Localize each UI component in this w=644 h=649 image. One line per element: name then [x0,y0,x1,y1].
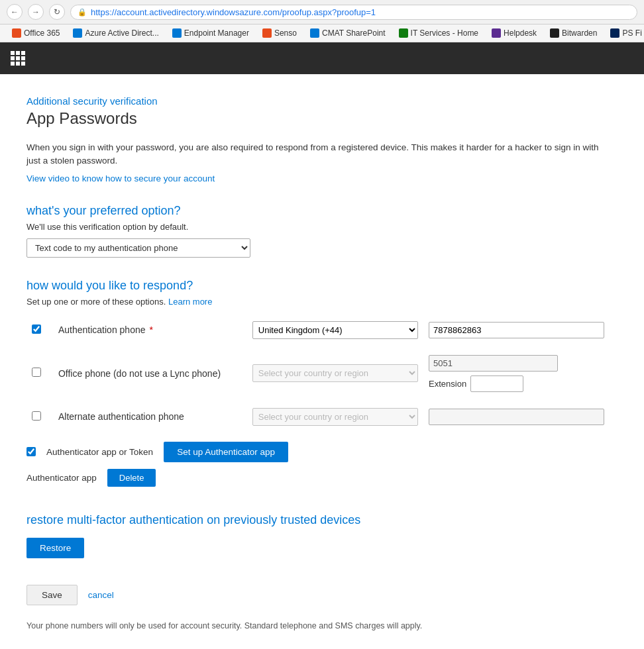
office365-icon [12,28,21,38]
extension-input[interactable] [470,375,523,392]
bookmark-label: Office 365 [24,28,60,38]
bookmark-azure[interactable]: Azure Active Direct... [68,27,164,39]
office-phone-row: Office phone (do not use a Lync phone) S… [27,351,610,396]
office-phone-check-cell [27,351,53,396]
respond-heading: how would you like to respond? [27,279,610,293]
auth-phone-country-cell: United Kingdom (+44) [247,317,423,343]
form-actions: Save cancel [27,585,610,605]
authenticator-app-label: Authenticator app [27,473,97,483]
cmat-icon [310,28,319,38]
bookmark-helpdesk[interactable]: Helpdesk [486,27,542,39]
auth-phone-checkbox[interactable] [32,324,41,334]
delete-authenticator-button[interactable]: Delete [107,469,156,487]
bookmark-office365[interactable]: Office 365 [7,27,65,39]
options-table: Authentication phone * United Kingdom (+… [27,317,610,430]
bookmark-psfi[interactable]: PS Fi [605,27,644,39]
main-content: Additional security verification App Pas… [0,74,636,649]
bookmark-itservices[interactable]: IT Services - Home [394,27,484,39]
restore-button[interactable]: Restore [27,538,84,558]
alt-phone-check-cell [27,404,53,430]
refresh-button[interactable]: ↻ [49,4,65,20]
restore-heading: restore multi-factor authentication on p… [27,513,610,527]
senso-icon [262,28,272,38]
bookmark-label: Endpoint Manager [184,28,249,38]
office-phone-right-cell: Extension [423,351,610,396]
setup-authenticator-button[interactable]: Set up Authenticator app [164,442,288,462]
alt-phone-number-input[interactable] [429,409,604,425]
psfi-icon [610,28,619,38]
authenticator-label: Authenticator app or Token [46,447,153,457]
info-paragraph: When you sign in with your password, you… [27,141,610,168]
auth-phone-input-cell [423,317,610,343]
learn-more-link[interactable]: Learn more [168,297,212,307]
endpoint-icon [172,28,182,38]
info-text-content: When you sign in with your password, you… [27,142,598,166]
required-star: * [149,324,152,335]
office-phone-number-input[interactable] [429,355,558,372]
authenticator-app-row2: Authenticator app Delete [27,469,610,487]
options-desc: Set up one or more of these options. Lea… [27,297,610,307]
footer-note: Your phone numbers will only be used for… [27,621,610,630]
bookmark-cmat[interactable]: CMAT SharePoint [305,27,391,39]
page-subtitle: Additional security verification [27,95,610,107]
bookmark-label: PS Fi [622,28,641,38]
extension-label: Extension [429,379,466,389]
auth-phone-number-input[interactable] [429,322,604,338]
auth-phone-label: Authentication phone [58,324,146,335]
url-text: https://account.activedirectory.windowsa… [91,7,376,17]
bookmark-bitwarden[interactable]: Bitwarden [545,27,602,39]
office-phone-checkbox[interactable] [32,368,41,377]
office-phone-label: Office phone (do not use a Lync phone) [58,368,221,379]
waffle-menu-button[interactable] [11,51,25,66]
preferred-option-select[interactable]: Text code to my authentication phone Cal… [27,238,250,258]
bookmark-senso[interactable]: Senso [257,27,302,39]
back-button[interactable]: ← [7,4,23,20]
alt-phone-input-cell [423,404,610,430]
options-desc-text: Set up one or more of these options. [27,297,166,307]
cancel-link[interactable]: cancel [88,590,114,600]
auth-phone-check-cell [27,317,53,343]
page-title: App Passwords [27,109,610,128]
bookmark-endpoint[interactable]: Endpoint Manager [167,27,254,39]
restore-section: restore multi-factor authentication on p… [27,513,610,558]
bookmark-label: Senso [274,28,297,38]
itservices-icon [399,28,408,38]
authenticator-row: Authenticator app or Token Set up Authen… [27,442,610,462]
preferred-desc: We'll use this verification option by de… [27,222,610,232]
extension-row: Extension [429,375,604,392]
bookmark-label: IT Services - Home [411,28,478,38]
bookmark-label: CMAT SharePoint [322,28,386,38]
alt-phone-checkbox[interactable] [32,411,41,421]
helpdesk-icon [492,28,501,38]
bookmark-label: Azure Active Direct... [85,28,158,38]
office-phone-country-select[interactable]: Select your country or region [252,364,418,382]
office-phone-country-cell: Select your country or region [247,351,423,396]
bookmark-label: Helpdesk [504,28,537,38]
info-link-paragraph: View video to know how to secure your ac… [27,172,610,185]
auth-phone-row: Authentication phone * United Kingdom (+… [27,317,610,343]
office-phone-label-cell: Office phone (do not use a Lync phone) [53,351,247,396]
azure-icon [73,28,82,38]
save-button[interactable]: Save [27,585,78,605]
preferred-heading: what's your preferred option? [27,204,610,218]
authenticator-checkbox[interactable] [27,447,36,456]
auth-phone-label-cell: Authentication phone * [53,317,247,343]
alt-phone-label: Alternate authentication phone [58,411,184,422]
forward-button[interactable]: → [28,4,44,20]
bookmarks-bar: Office 365 Azure Active Direct... Endpoi… [0,25,644,42]
alt-phone-country-cell: Select your country or region [247,404,423,430]
browser-bar: ← → ↻ 🔒 https://account.activedirectory.… [0,0,644,25]
bookmark-label: Bitwarden [562,28,597,38]
app-topbar [0,42,644,74]
view-video-link[interactable]: View video to know how to secure your ac… [27,174,215,183]
url-bar[interactable]: 🔒 https://account.activedirectory.window… [70,5,637,20]
alt-phone-country-select[interactable]: Select your country or region [252,408,418,426]
lock-icon: 🔒 [78,8,87,17]
alt-phone-label-cell: Alternate authentication phone [53,404,247,430]
auth-phone-country-select[interactable]: United Kingdom (+44) [252,321,418,339]
bitwarden-icon [550,28,559,38]
alt-phone-row: Alternate authentication phone Select yo… [27,404,610,430]
